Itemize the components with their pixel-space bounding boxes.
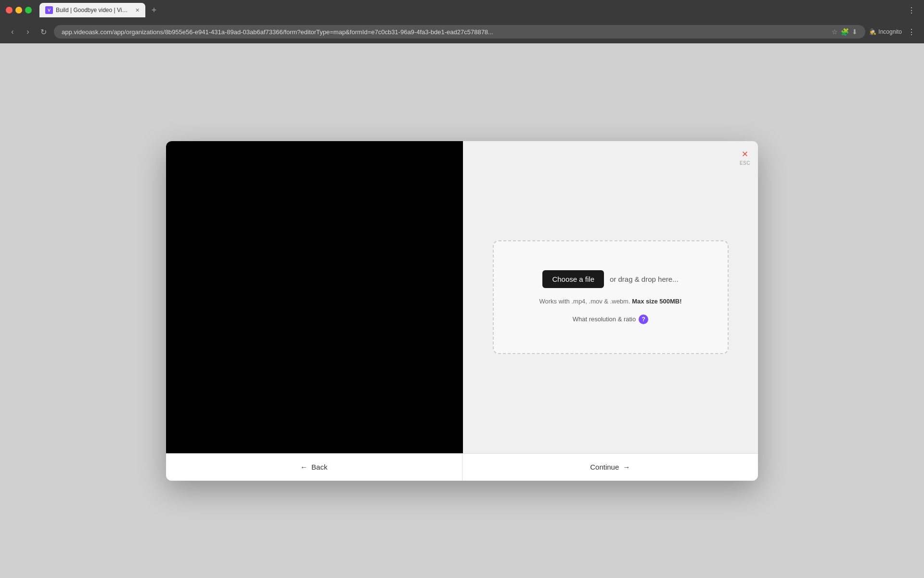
- continue-label: Continue: [590, 463, 619, 471]
- minimize-window-button[interactable]: [15, 7, 22, 13]
- tab-favicon: V: [45, 6, 53, 14]
- page-background: × ESC Choose a file or drag & drop here.…: [0, 43, 924, 578]
- esc-label: ESC: [740, 160, 750, 166]
- continue-arrow-icon: →: [623, 463, 630, 471]
- tab-close-button[interactable]: ✕: [135, 7, 140, 13]
- browser-menu-button[interactable]: ⋮: [905, 3, 918, 17]
- tab-title: Build | Goodbye video | VideoA...: [56, 7, 130, 13]
- incognito-badge: 🕵 Incognito: [869, 28, 902, 35]
- resolution-link[interactable]: What resolution & ratio ?: [573, 315, 649, 324]
- download-icon[interactable]: ⬇: [852, 28, 858, 36]
- browser-more-button[interactable]: ⋮: [905, 25, 918, 39]
- continue-button[interactable]: Continue →: [462, 454, 758, 481]
- close-window-button[interactable]: [6, 7, 13, 13]
- active-tab[interactable]: V Build | Goodbye video | VideoA... ✕: [39, 3, 145, 17]
- resolution-label: What resolution & ratio: [573, 315, 636, 323]
- reload-button[interactable]: ↻: [37, 25, 50, 39]
- max-size-label: Max size 500MB!: [632, 298, 681, 305]
- browser-titlebar: V Build | Goodbye video | VideoA... ✕ + …: [0, 0, 924, 20]
- drag-drop-text: or drag & drop here...: [610, 275, 679, 283]
- browser-chrome: V Build | Goodbye video | VideoA... ✕ + …: [0, 0, 924, 43]
- address-text: app.videoask.com/app/organizations/8b955…: [62, 28, 828, 36]
- forward-navigation-button[interactable]: ›: [21, 25, 35, 39]
- back-navigation-button[interactable]: ‹: [6, 25, 19, 39]
- browser-toolbar: ‹ › ↻ app.videoask.com/app/organizations…: [0, 20, 924, 43]
- new-tab-button[interactable]: +: [147, 3, 161, 17]
- upload-row: Choose a file or drag & drop here...: [542, 270, 678, 288]
- upload-panel: Choose a file or drag & drop here... Wor…: [463, 141, 758, 453]
- video-panel: [166, 141, 463, 453]
- choose-file-button[interactable]: Choose a file: [542, 270, 604, 288]
- file-info-text: Works with .mp4, .mov & .webm. Max size …: [539, 298, 682, 305]
- back-arrow-icon: ←: [300, 463, 308, 471]
- modal-content: Choose a file or drag & drop here... Wor…: [166, 141, 758, 453]
- address-bar[interactable]: app.videoask.com/app/organizations/8b955…: [54, 25, 865, 39]
- extensions-icon[interactable]: 🧩: [841, 28, 849, 36]
- modal-close-area[interactable]: × ESC: [740, 149, 750, 166]
- tab-bar: V Build | Goodbye video | VideoA... ✕ +: [39, 3, 901, 17]
- back-label: Back: [311, 463, 327, 471]
- upload-modal: × ESC Choose a file or drag & drop here.…: [166, 141, 758, 481]
- fullscreen-window-button[interactable]: [25, 7, 32, 13]
- address-icons: ☆ 🧩 ⬇: [832, 28, 858, 36]
- bookmark-icon[interactable]: ☆: [832, 28, 838, 36]
- help-icon[interactable]: ?: [639, 315, 648, 324]
- upload-dropzone[interactable]: Choose a file or drag & drop here... Wor…: [493, 240, 729, 354]
- file-types-label: Works with .mp4, .mov & .webm.: [539, 298, 630, 305]
- nav-buttons: ‹ › ↻: [6, 25, 50, 39]
- incognito-label: Incognito: [878, 28, 902, 35]
- traffic-lights: [6, 7, 32, 13]
- close-icon[interactable]: ×: [742, 149, 748, 159]
- modal-bottom-bar: ← Back Continue →: [166, 453, 758, 481]
- incognito-icon: 🕵: [869, 28, 876, 35]
- back-button[interactable]: ← Back: [166, 454, 462, 481]
- toolbar-right: 🕵 Incognito ⋮: [869, 25, 918, 39]
